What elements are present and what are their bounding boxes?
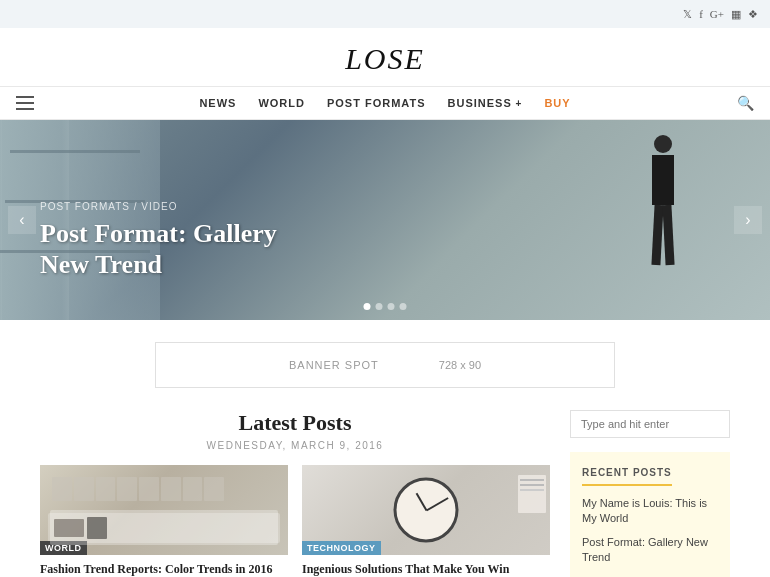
hero-person: [635, 135, 690, 285]
search-input[interactable]: [570, 410, 730, 438]
post-title-card-1: Fashion Trend Reports: Color Trends in 2…: [40, 561, 288, 577]
logo-text: L: [345, 42, 364, 75]
clock-face: [394, 478, 459, 543]
logo-italic: OSE: [364, 42, 425, 75]
sidebar: RECENT POSTS My Name is Louis: This is M…: [570, 410, 730, 577]
nav-item-world[interactable]: WORLD: [258, 97, 305, 109]
recent-posts-box: RECENT POSTS My Name is Louis: This is M…: [570, 452, 730, 577]
hero-prev-button[interactable]: ‹: [8, 206, 36, 234]
hamburger-line: [16, 96, 34, 98]
site-header: LOSE: [0, 28, 770, 86]
hero-breadcrumb: POST FORMATS / VIDEO: [40, 201, 320, 212]
nav-item-buy[interactable]: BUY: [544, 97, 570, 109]
hero-next-button[interactable]: ›: [734, 206, 762, 234]
hero-dot-3[interactable]: [388, 303, 395, 310]
post-thumb-1: WORLD: [40, 465, 288, 555]
recent-post-item-1[interactable]: My Name is Louis: This is My World: [582, 496, 718, 527]
banner-size: 728 x 90: [439, 359, 481, 371]
pinterest-icon[interactable]: ❖: [748, 8, 758, 21]
recent-posts-title: RECENT POSTS: [582, 467, 672, 486]
recent-post-item-3[interactable]: Fashion Trend Reports: Color Trends in 2…: [582, 574, 718, 577]
hero-title: Post Format: Gallery New Trend: [40, 218, 320, 280]
post-category-2: TECHNOLOGY: [302, 541, 381, 555]
hero-dots: [364, 303, 407, 310]
banner-ad: BANNER SPOT 728 x 90: [155, 342, 615, 388]
nav-items: NEWS WORLD POST FORMATS BUSINESS BUY: [199, 97, 570, 109]
hero-dot-1[interactable]: [364, 303, 371, 310]
latest-posts-date: WEDNESDAY, MARCH 9, 2016: [40, 440, 550, 451]
post-category-1: WORLD: [40, 541, 87, 555]
twitter-icon[interactable]: 𝕏: [683, 8, 692, 21]
banner-label: BANNER SPOT: [289, 359, 379, 371]
post-title-card-2: Ingenious Solutions That Make You Win: [302, 561, 550, 577]
hero-slider: POST FORMATS / VIDEO Post Format: Galler…: [0, 120, 770, 320]
facebook-icon[interactable]: f: [699, 8, 703, 20]
post-thumb-2: TECHNOLOGY: [302, 465, 550, 555]
main-nav: NEWS WORLD POST FORMATS BUSINESS BUY 🔍: [0, 86, 770, 120]
posts-grid: WORLD Fashion Trend Reports: Color Trend…: [40, 465, 550, 577]
post-card-2[interactable]: TECHNOLOGY Ingenious Solutions That Make…: [302, 465, 550, 577]
hamburger-line: [16, 102, 34, 104]
nav-item-news[interactable]: NEWS: [199, 97, 236, 109]
main-layout: Latest Posts WEDNESDAY, MARCH 9, 2016: [0, 410, 770, 577]
hamburger-line: [16, 108, 34, 110]
nav-search-icon[interactable]: 🔍: [737, 95, 754, 112]
recent-post-item-2[interactable]: Post Format: Gallery New Trend: [582, 535, 718, 566]
instagram-icon[interactable]: ▦: [731, 8, 741, 21]
nav-item-post-formats[interactable]: POST FORMATS: [327, 97, 426, 109]
latest-posts-title: Latest Posts: [40, 410, 550, 436]
googleplus-icon[interactable]: G+: [710, 8, 724, 20]
hero-dot-2[interactable]: [376, 303, 383, 310]
nav-item-business[interactable]: BUSINESS: [448, 97, 523, 109]
hero-overlay: POST FORMATS / VIDEO Post Format: Galler…: [40, 201, 320, 280]
top-bar: 𝕏 f G+ ▦ ❖: [0, 0, 770, 28]
hamburger-menu[interactable]: [16, 96, 34, 110]
site-logo[interactable]: LOSE: [345, 42, 425, 76]
hero-dot-4[interactable]: [400, 303, 407, 310]
post-card-1[interactable]: WORLD Fashion Trend Reports: Color Trend…: [40, 465, 288, 577]
social-icons: 𝕏 f G+ ▦ ❖: [683, 8, 758, 21]
content-area: Latest Posts WEDNESDAY, MARCH 9, 2016: [40, 410, 550, 577]
